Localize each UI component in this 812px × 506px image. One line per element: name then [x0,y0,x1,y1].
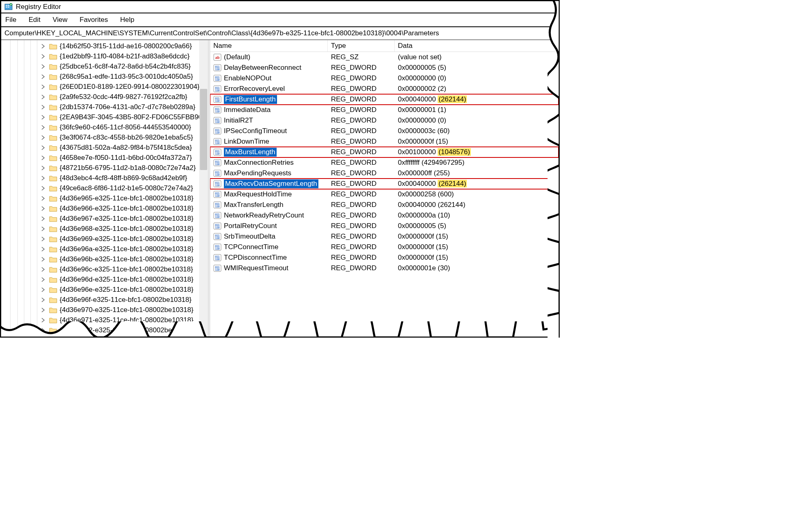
chevron-right-icon[interactable] [40,145,46,151]
tree-item[interactable]: {4d36e968-e325-11ce-bfc1-08002be10318} [1,224,208,234]
menu-edit[interactable]: Edit [27,15,42,25]
chevron-right-icon[interactable] [40,327,46,333]
value-row[interactable]: MaxBurstLengthREG_DWORD0x00100000 (10485… [210,147,559,157]
chevron-right-icon[interactable] [40,216,46,222]
chevron-right-icon[interactable] [40,287,46,293]
value-row[interactable]: IPSecConfigTimeoutREG_DWORD0x0000003c (6… [210,126,559,136]
value-row[interactable]: ImmediateDataREG_DWORD0x00000001 (1) [210,105,559,115]
value-data-text: 0x00000002 (2) [398,85,446,93]
tree-item[interactable]: {4d36e96f-e325-11ce-bfc1-08002be10318} [1,295,208,305]
tree-item[interactable]: {49ce6ac8-6f86-11d2-b1e5-0080c72e74a2} [1,183,208,193]
chevron-right-icon[interactable] [40,114,46,120]
value-row[interactable]: LinkDownTimeREG_DWORD0x0000000f (15) [210,136,559,147]
menu-help[interactable]: Help [118,15,136,25]
tree-item[interactable]: {26E0D1E0-8189-12E0-9914-080022301904} [1,82,208,92]
chevron-right-icon[interactable] [40,267,46,272]
value-row[interactable]: TCPConnectTimeREG_DWORD0x0000000f (15) [210,242,559,252]
chevron-right-icon[interactable] [40,43,46,49]
chevron-right-icon[interactable] [40,84,46,90]
tree-item[interactable]: {4d36e965-e325-11ce-bfc1-08002be10318} [1,193,208,203]
value-row[interactable]: (Default)REG_SZ(value not set) [210,52,559,62]
chevron-right-icon[interactable] [40,206,46,211]
tree-item[interactable]: {268c95a1-edfe-11d3-95c3-0010dc4050a5} [1,71,208,82]
value-row[interactable]: DelayBetweenReconnectREG_DWORD0x00000005… [210,62,559,73]
value-row[interactable]: FirstBurstLengthREG_DWORD0x00040000 (262… [210,94,559,105]
value-row[interactable]: NetworkReadyRetryCountREG_DWORD0x0000000… [210,210,559,221]
value-row[interactable]: EnableNOPOutREG_DWORD0x00000000 (0) [210,73,559,84]
value-row[interactable]: MaxConnectionRetriesREG_DWORD0xffffffff … [210,157,559,168]
tree-item[interactable]: {2a9fe532-0cdc-44f9-9827-76192f2ca2fb} [1,92,208,102]
chevron-right-icon[interactable] [40,125,46,130]
tree-item[interactable]: {4d36e96c-e325-11ce-bfc1-08002be10318} [1,264,208,274]
tree-item[interactable]: {14b62f50-3f15-11dd-ae16-0800200c9a66} [1,41,208,51]
tree-item[interactable]: {4d36e96e-e325-11ce-bfc1-08002be10318} [1,284,208,295]
tree-item[interactable]: {4d36e971-e325-11ce-bfc1-08002be10318} [1,315,208,325]
tree-item[interactable]: {1ed2bbf9-11f0-4084-b21f-ad83a8e6dcdc} [1,51,208,61]
value-row[interactable]: MaxRequestHoldTimeREG_DWORD0x00000258 (6… [210,189,559,200]
chevron-right-icon[interactable] [40,297,46,303]
tree-item[interactable]: {4658ee7e-f050-11d1-b6bd-00c04fa372a7} [1,153,208,163]
tree-item[interactable]: {4d36e96d-e325-11ce-bfc1-08002be10318} [1,274,208,284]
tree-item[interactable]: {4d36e967-e325-11ce-bfc1-08002be10318} [1,213,208,224]
chevron-right-icon[interactable] [40,256,46,262]
folder-icon [49,327,57,334]
tree-item[interactable]: {4d36e96a-e325-11ce-bfc1-08002be10318} [1,244,208,254]
chevron-right-icon[interactable] [40,64,46,69]
menu-view[interactable]: View [51,15,69,25]
chevron-right-icon[interactable] [40,175,46,181]
chevron-right-icon[interactable] [40,236,46,242]
chevron-right-icon[interactable] [40,307,46,313]
address-bar[interactable]: Computer\HKEY_LOCAL_MACHINE\SYSTEM\Curre… [1,27,559,40]
chevron-right-icon[interactable] [40,196,46,201]
chevron-right-icon[interactable] [40,277,46,282]
tree-item[interactable]: {48d3ebc4-4cf8-48ff-b869-9c68ad42eb9f} [1,173,208,183]
chevron-right-icon[interactable] [40,317,46,323]
column-name[interactable]: Name [210,40,328,52]
tree-item-label: {4d36e970-e325-11ce-bfc1-08002be10318} [60,306,193,314]
menu-favorites[interactable]: Favorites [78,15,110,25]
tree-item-label: {49ce6ac8-6f86-11d2-b1e5-0080c72e74a2} [60,184,193,192]
tree-item[interactable]: {2db15374-706e-4131-a0c7-d7c78eb0289a} [1,102,208,112]
chevron-right-icon[interactable] [40,226,46,232]
chevron-right-icon[interactable] [40,155,46,161]
tree-item[interactable]: {48721b56-6795-11d2-b1a8-0080c72e74a2} [1,163,208,173]
chevron-right-icon[interactable] [40,104,46,110]
tree-item[interactable]: {4d36e969-e325-11ce-bfc1-08002be10318} [1,234,208,244]
value-row[interactable]: TCPDisconnectTimeREG_DWORD0x0000000f (15… [210,252,559,263]
chevron-right-icon[interactable] [40,54,46,59]
tree-pane[interactable]: {14b62f50-3f15-11dd-ae16-0800200c9a66}{1… [1,40,208,336]
values-pane[interactable]: Name Type Data (Default)REG_SZ(value not… [210,40,559,336]
tree-scrollbar[interactable] [199,40,208,336]
chevron-right-icon[interactable] [40,246,46,252]
value-row[interactable]: InitialR2TREG_DWORD0x00000000 (0) [210,115,559,126]
tree-item[interactable]: {4d36e970-e325-11ce-bfc1-08002be10318} [1,305,208,315]
column-type[interactable]: Type [328,40,395,52]
folder-icon [49,134,57,141]
chevron-right-icon[interactable] [40,94,46,100]
value-name: (Default) [224,53,250,61]
chevron-right-icon[interactable] [40,135,46,140]
value-row[interactable]: SrbTimeoutDeltaREG_DWORD0x0000000f (15) [210,231,559,242]
tree-item[interactable]: {43675d81-502a-4a82-9f84-b75f418c5dea} [1,142,208,153]
menu-file[interactable]: File [4,15,18,25]
value-row[interactable]: ErrorRecoveryLevelREG_DWORD0x00000002 (2… [210,84,559,94]
tree-item[interactable]: {36fc9e60-c465-11cf-8056-444553540000} [1,122,208,132]
value-row[interactable]: MaxTransferLengthREG_DWORD0x00040000 (26… [210,200,559,210]
chevron-right-icon[interactable] [40,165,46,171]
chevron-right-icon[interactable] [40,185,46,191]
scrollbar-thumb[interactable] [200,89,207,170]
value-row[interactable]: WMIRequestTimeoutREG_DWORD0x0000001e (30… [210,263,559,273]
value-row[interactable]: PortalRetryCountREG_DWORD0x00000005 (5) [210,221,559,231]
tree-item[interactable]: {4d36e96b-e325-11ce-bfc1-08002be10318} [1,254,208,264]
column-data[interactable]: Data [395,40,559,52]
value-row[interactable]: MaxRecvDataSegmentLengthREG_DWORD0x00040… [210,179,559,189]
value-data: 0x0000000f (15) [395,253,559,263]
tree-item[interactable]: {4d36e966-e325-11ce-bfc1-08002be10318} [1,203,208,213]
value-data-text: 0x000000ff (255) [398,169,450,177]
tree-item[interactable]: {4d36e972-e325-11ce-bfc1-08002be10318} [1,325,208,335]
value-row[interactable]: MaxPendingRequestsREG_DWORD0x000000ff (2… [210,168,559,179]
tree-item[interactable]: {25dbce51-6c8f-4a72-8a6d-b54c2b4fc835} [1,61,208,71]
chevron-right-icon[interactable] [40,74,46,80]
tree-item[interactable]: {3e3f0674-c83c-4558-bb26-9820e1eba5c5} [1,132,208,142]
tree-item[interactable]: {2EA9B43F-3045-43B5-80F2-FD06C55FBB90} [1,112,208,122]
